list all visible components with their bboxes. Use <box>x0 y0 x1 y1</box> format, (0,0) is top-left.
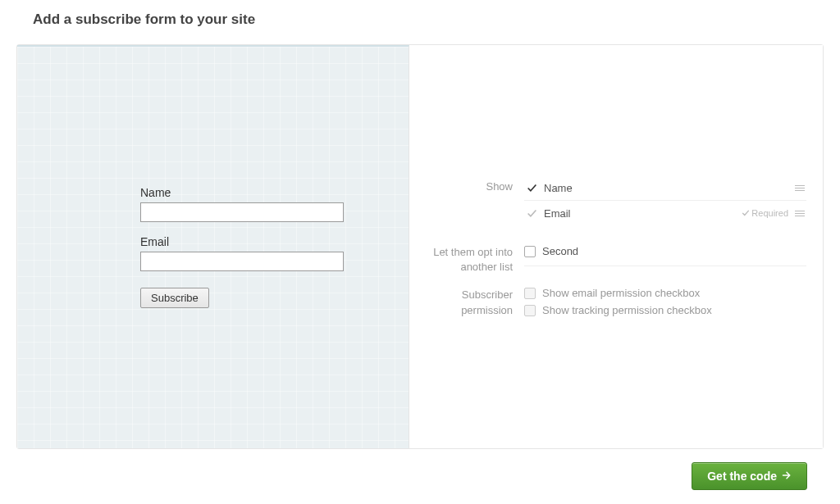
arrow-right-icon <box>782 470 792 483</box>
field-row-email: Email Required <box>524 201 806 225</box>
drag-handle-icon[interactable] <box>795 185 806 191</box>
panels: Name Email Subscribe Show Name <box>16 44 824 449</box>
perm-item-label: Show email permission checkbox <box>542 287 700 299</box>
name-group: Name <box>140 186 344 222</box>
opt-checkbox-second[interactable] <box>524 246 536 257</box>
check-icon[interactable] <box>524 183 539 193</box>
email-group: Email <box>140 235 344 271</box>
field-row-name: Name <box>524 176 806 201</box>
drag-handle-icon[interactable] <box>795 211 806 216</box>
required-tag: Required <box>742 208 788 218</box>
field-name-label: Name <box>544 182 795 194</box>
opt-setting: Let them opt into another list Second <box>426 242 806 275</box>
permission-setting: Subscriber permission Show email permiss… <box>426 284 806 319</box>
permission-label: Subscriber permission <box>426 284 524 319</box>
subscribe-button[interactable]: Subscribe <box>140 288 209 308</box>
get-code-label: Get the code <box>707 470 777 483</box>
email-label: Email <box>140 235 344 248</box>
check-icon-locked <box>524 208 539 219</box>
perm-row-email: Show email permission checkbox <box>524 284 806 302</box>
footer: Get the code <box>16 449 824 490</box>
perm-item-label: Show tracking permission checkbox <box>542 304 712 316</box>
opt-item-label: Second <box>542 245 578 257</box>
opt-row-second: Second <box>524 242 806 266</box>
name-label: Name <box>140 186 344 199</box>
show-label: Show <box>426 176 524 225</box>
perm-checkbox-tracking[interactable] <box>524 305 536 316</box>
settings-panel: Show Name Email <box>409 45 823 448</box>
show-setting: Show Name Email <box>426 176 806 225</box>
get-code-button[interactable]: Get the code <box>692 462 807 490</box>
perm-row-tracking: Show tracking permission checkbox <box>524 302 806 319</box>
page-title: Add a subscribe form to your site <box>33 11 824 28</box>
name-input[interactable] <box>140 202 344 222</box>
opt-label: Let them opt into another list <box>426 242 524 275</box>
preview-panel: Name Email Subscribe <box>17 45 409 448</box>
email-input[interactable] <box>140 252 344 271</box>
perm-checkbox-email[interactable] <box>524 288 536 299</box>
field-email-label: Email <box>544 207 742 220</box>
